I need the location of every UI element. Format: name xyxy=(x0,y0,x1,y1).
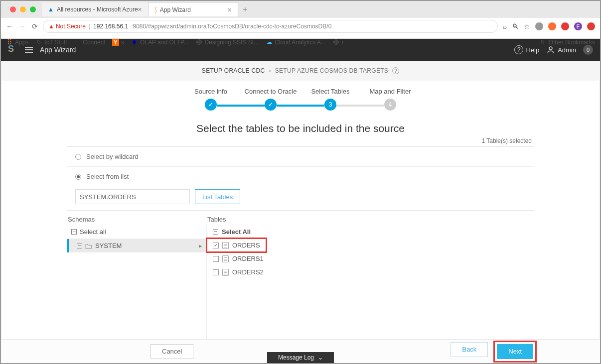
chevron-down-icon: ⌄ xyxy=(318,354,323,361)
search-icon[interactable]: 🔍︎ xyxy=(512,22,519,30)
tab-title: All resources - Microsoft Azure xyxy=(57,6,138,13)
stepper: Source info ✓ Connect to Oracle ✓ Select… xyxy=(2,88,599,111)
tables-header: Tables xyxy=(206,216,226,223)
table-row[interactable]: ✓ORDERS xyxy=(207,239,266,252)
table-row[interactable]: ORDERS2 xyxy=(207,265,534,279)
menu-icon[interactable] xyxy=(25,47,33,53)
filter-input[interactable] xyxy=(75,189,190,204)
page-title: Select the tables to be included in the … xyxy=(2,122,599,134)
bookmark-link[interactable]: Connect xyxy=(74,39,105,46)
schema-system[interactable]: − SYSTEM ▸ xyxy=(67,239,206,252)
db-icon: ⬮ xyxy=(131,39,138,46)
checkbox-icon[interactable] xyxy=(213,269,219,275)
breadcrumb: SETUP ORACLE CDC › SETUP AZURE COSMOS DB… xyxy=(1,61,600,81)
collapse-icon[interactable]: − xyxy=(71,229,77,235)
tab-close-icon[interactable]: × xyxy=(228,6,232,14)
table-icon xyxy=(222,242,229,249)
cloud-icon: ☁ xyxy=(266,39,273,46)
window-controls[interactable] xyxy=(4,6,42,12)
bookmark-link[interactable]: Ys xyxy=(112,39,124,46)
app-title: App Wizard xyxy=(40,46,76,54)
breadcrumb-step: SETUP AZURE COSMOS DB TARGETS xyxy=(275,67,388,74)
checkbox-icon[interactable]: ✓ xyxy=(213,243,219,248)
back-icon[interactable]: ← xyxy=(6,22,13,30)
app-logo-icon[interactable]: S xyxy=(8,44,18,56)
bookmark-link[interactable]: ⬮OLAP and OLTP... xyxy=(131,39,188,46)
help-icon[interactable]: ? xyxy=(392,67,399,74)
check-icon: ✓ xyxy=(205,99,217,111)
option-wildcard[interactable]: Select by wildcard xyxy=(67,147,534,167)
forward-icon[interactable]: → xyxy=(19,22,26,30)
back-button[interactable]: Back xyxy=(451,342,488,357)
url-path: :9080/#appwizard/admin.oraToCosmosDB/ora… xyxy=(131,23,331,30)
minimize-window-icon[interactable] xyxy=(20,6,26,12)
wizard-footer: Cancel Back Next Message Log ⌄ xyxy=(1,339,600,363)
cancel-button[interactable]: Cancel xyxy=(150,344,193,359)
table-icon xyxy=(222,255,229,262)
bookmark-link[interactable]: ☁Cloud Analytics A... xyxy=(266,39,326,46)
star-icon[interactable]: ☆ xyxy=(524,22,530,30)
profile-icon[interactable]: E xyxy=(574,22,582,30)
ms-icon xyxy=(74,39,81,46)
bookmark-link[interactable]: 🌐︎Designing SSIS St... xyxy=(195,39,259,46)
selection-count: 1 Table(s) selected xyxy=(2,137,599,146)
user-icon xyxy=(546,45,555,54)
checkbox-icon[interactable] xyxy=(213,256,219,262)
extension-icon[interactable] xyxy=(535,22,543,30)
step-number: 3 xyxy=(324,99,336,111)
tab-bar: ▲ All resources - Microsoft Azure × ⟆ Ap… xyxy=(1,1,600,18)
select-all-tables[interactable]: − Select All xyxy=(207,225,534,239)
close-window-icon[interactable] xyxy=(10,6,16,12)
help-button[interactable]: ? Help xyxy=(514,45,539,54)
tab-close-icon[interactable]: × xyxy=(138,5,142,13)
columns-header: Schemas Tables xyxy=(67,216,534,223)
browser-chrome: ▲ All resources - Microsoft Azure × ⟆ Ap… xyxy=(1,1,600,39)
collapse-icon[interactable]: − xyxy=(77,243,82,248)
list-tables-button[interactable]: List Tables xyxy=(195,189,240,204)
collapse-icon[interactable]: − xyxy=(213,229,218,235)
table-row[interactable]: ORDERS1 xyxy=(207,252,534,265)
reload-icon[interactable]: ⟳ xyxy=(32,22,38,30)
next-button[interactable]: Next xyxy=(497,344,533,359)
chevron-right-icon: ▸ xyxy=(199,242,202,249)
radio-icon[interactable] xyxy=(75,154,81,160)
check-icon: ✓ xyxy=(265,99,277,111)
radio-icon[interactable] xyxy=(75,174,81,180)
next-highlight-box: Next xyxy=(495,342,535,361)
striim-icon: ⟆ xyxy=(154,6,157,13)
warning-icon: ▲ xyxy=(48,23,54,30)
table-icon xyxy=(222,269,229,276)
browser-tab-appwizard[interactable]: ⟆ App Wizard × xyxy=(149,2,238,16)
extension-icon[interactable] xyxy=(548,22,556,30)
breadcrumb-step[interactable]: SETUP ORACLE CDC xyxy=(202,67,265,74)
folder-icon: 📁︎ xyxy=(35,39,42,46)
globe-icon: 🌐︎ xyxy=(195,39,202,46)
browser-tab-azure[interactable]: ▲ All resources - Microsoft Azure × xyxy=(42,2,149,16)
wizard-body: Source info ✓ Connect to Oracle ✓ Select… xyxy=(2,81,599,363)
extension-icon[interactable] xyxy=(561,22,569,30)
address-bar: ← → ⟳ ▲ Not Secure | 192.168.56.1:9080/#… xyxy=(1,18,600,35)
option-from-list[interactable]: Select from list List Tables xyxy=(67,167,534,210)
step-connect-oracle[interactable]: Connect to Oracle ✓ xyxy=(241,88,300,111)
bookmark-link[interactable]: 🌐︎r xyxy=(333,39,344,46)
select-all-schemas[interactable]: − Select all xyxy=(67,225,206,239)
table-name: ORDERS2 xyxy=(232,268,264,276)
folder-icon xyxy=(85,243,92,249)
notification-badge[interactable]: 0 xyxy=(583,45,593,55)
selection-panel: Select by wildcard Select from list List… xyxy=(67,146,534,211)
maximize-window-icon[interactable] xyxy=(30,6,36,12)
message-log-toggle[interactable]: Message Log ⌄ xyxy=(267,352,334,363)
bookmark-folder[interactable]: 📁︎IoT Stuff xyxy=(35,39,67,46)
key-icon[interactable]: ⌕ xyxy=(503,22,507,30)
step-map-filter: Map and Filter 4 xyxy=(360,88,420,111)
step-source-info[interactable]: Source info ✓ xyxy=(181,88,241,111)
extension-icon[interactable] xyxy=(587,22,595,30)
url-input[interactable]: ▲ Not Secure | 192.168.56.1:9080/#appwiz… xyxy=(43,20,498,33)
admin-button[interactable]: Admin xyxy=(546,45,576,54)
table-name: ORDERS1 xyxy=(232,255,264,262)
new-tab-button[interactable]: + xyxy=(238,5,252,14)
azure-icon: ▲ xyxy=(48,6,54,13)
step-select-tables[interactable]: Select Tables 3 xyxy=(300,88,360,111)
chevron-right-icon: › xyxy=(269,67,271,74)
tab-title: App Wizard xyxy=(160,6,191,13)
